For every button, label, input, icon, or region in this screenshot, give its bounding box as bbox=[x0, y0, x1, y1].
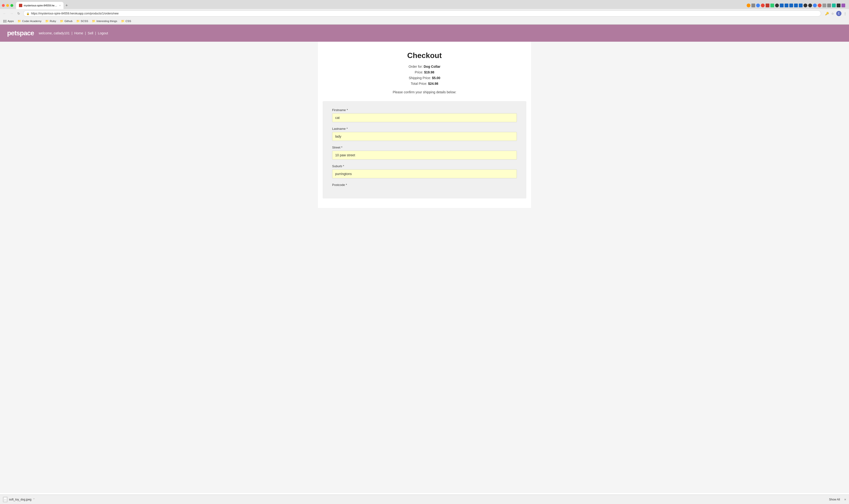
order-for-label: Order for: bbox=[409, 65, 423, 69]
download-bar-close-button[interactable]: × bbox=[844, 498, 846, 501]
bookmark-coder-label: Coder Academy bbox=[22, 20, 41, 22]
file-icon: JPG bbox=[3, 497, 7, 502]
address-right-icons: 🔑 ☆ E ⋮ bbox=[825, 11, 847, 16]
bookmark-apps-label: Apps bbox=[7, 20, 14, 22]
bookmark-interesting-label: Interesting things bbox=[96, 20, 117, 22]
fav-9[interactable] bbox=[784, 3, 788, 7]
bookmark-css[interactable]: 📁 CSS bbox=[120, 19, 133, 23]
shipping-form: Firstname * Lastname * Street * bbox=[323, 101, 526, 198]
price-value: $19.98 bbox=[424, 70, 434, 74]
close-traffic-light[interactable] bbox=[2, 4, 5, 7]
back-button[interactable]: ← bbox=[2, 11, 7, 16]
key-icon[interactable]: 🔑 bbox=[825, 11, 829, 16]
price-line: Price: $19.98 bbox=[323, 70, 526, 74]
firstname-label: Firstname * bbox=[332, 108, 517, 112]
suburb-label: Suburb * bbox=[332, 164, 517, 168]
fav-12[interactable] bbox=[799, 3, 802, 7]
browser-window: mysterious-spire-84559.herokuapp.com × + bbox=[0, 0, 849, 504]
nav-home-link[interactable]: Home bbox=[74, 31, 83, 35]
new-tab-button[interactable]: + bbox=[64, 2, 69, 9]
fav-5[interactable] bbox=[765, 3, 770, 7]
user-circle-icon[interactable]: E bbox=[836, 11, 842, 16]
lastname-label: Lastname * bbox=[332, 127, 517, 130]
forward-button[interactable]: → bbox=[9, 11, 14, 16]
total-label: Total Price: bbox=[411, 82, 427, 86]
postcode-group: Postcode * bbox=[332, 183, 517, 187]
bookmark-ruby[interactable]: 📁 Ruby bbox=[44, 19, 58, 23]
bookmark-scss-label: SCSS bbox=[81, 20, 88, 22]
firstname-group: Firstname * bbox=[332, 108, 517, 122]
nav-welcome-text: welcome, catlady101 bbox=[39, 31, 70, 35]
lastname-input[interactable] bbox=[332, 132, 517, 141]
download-filename: soft_toy_dog.jpeg bbox=[9, 498, 32, 501]
tab-title: mysterious-spire-84559.herokuapp.com bbox=[24, 4, 58, 7]
reload-button[interactable]: ↻ bbox=[16, 11, 21, 16]
firstname-input[interactable] bbox=[332, 113, 517, 122]
street-label: Street * bbox=[332, 146, 517, 149]
fav-19[interactable] bbox=[832, 3, 836, 7]
fav-3[interactable] bbox=[756, 3, 760, 7]
fav-1[interactable] bbox=[747, 3, 751, 7]
price-label: Price: bbox=[415, 70, 423, 74]
folder-icon-6: 📁 bbox=[121, 19, 125, 23]
folder-icon-2: 📁 bbox=[45, 19, 49, 23]
bookmark-interesting-things[interactable]: 📁 Interesting things bbox=[90, 19, 119, 23]
folder-icon-3: 📁 bbox=[60, 19, 64, 23]
nav-separator-1: | bbox=[71, 31, 73, 35]
download-chevron-icon[interactable]: ⌃ bbox=[33, 498, 35, 501]
folder-icon-4: 📁 bbox=[76, 19, 80, 23]
fav-14[interactable] bbox=[808, 3, 812, 7]
fav-2[interactable] bbox=[752, 3, 755, 7]
shipping-line: Shipping Price: $5.00 bbox=[323, 76, 526, 80]
apps-grid-icon bbox=[3, 20, 7, 22]
fav-10[interactable] bbox=[789, 3, 793, 7]
active-tab[interactable]: mysterious-spire-84559.herokuapp.com × bbox=[16, 2, 64, 9]
minimize-traffic-light[interactable] bbox=[6, 4, 9, 7]
download-bar: JPG soft_toy_dog.jpeg ⌃ Show All × bbox=[0, 494, 849, 504]
fav-16[interactable] bbox=[818, 3, 821, 7]
show-all-button[interactable]: Show All bbox=[827, 497, 842, 502]
fav-8[interactable] bbox=[780, 3, 783, 7]
fav-13[interactable] bbox=[803, 3, 807, 7]
bookmark-coder-academy[interactable]: 📁 Coder Academy bbox=[16, 19, 43, 23]
fav-21[interactable] bbox=[842, 3, 845, 7]
address-text: https://mysterious-spire-84559.herokuapp… bbox=[31, 12, 119, 15]
star-icon[interactable]: ☆ bbox=[831, 11, 835, 16]
firstname-required: * bbox=[347, 108, 348, 112]
suburb-input[interactable] bbox=[332, 169, 517, 178]
bookmark-scss[interactable]: 📁 SCSS bbox=[75, 19, 90, 23]
main-content: Checkout Order for: Dog Collar Price: $1… bbox=[318, 42, 531, 208]
address-bar-input[interactable]: 🔒 https://mysterious-spire-84559.herokua… bbox=[23, 11, 821, 17]
fav-4[interactable] bbox=[761, 3, 765, 7]
fav-6[interactable] bbox=[770, 3, 774, 7]
fav-11[interactable] bbox=[794, 3, 798, 7]
bookmark-apps[interactable]: Apps bbox=[2, 19, 15, 23]
street-input[interactable] bbox=[332, 151, 517, 160]
fav-7[interactable] bbox=[775, 3, 779, 7]
total-line: Total Price: $24.98 bbox=[323, 82, 526, 86]
suburb-group: Suburb * bbox=[332, 164, 517, 178]
street-required: * bbox=[341, 146, 342, 149]
svg-text:JPG: JPG bbox=[4, 499, 7, 501]
lock-icon: 🔒 bbox=[26, 12, 30, 15]
more-menu-icon[interactable]: ⋮ bbox=[843, 11, 847, 16]
tab-close-icon[interactable]: × bbox=[59, 4, 61, 7]
address-bar: ← → ↻ 🔒 https://mysterious-spire-84559.h… bbox=[0, 9, 849, 18]
checkout-title: Checkout bbox=[323, 51, 526, 60]
folder-icon-1: 📁 bbox=[18, 19, 21, 23]
bookmark-ruby-label: Ruby bbox=[50, 20, 56, 22]
bookmark-github[interactable]: 📁 Github bbox=[58, 19, 74, 23]
fav-15[interactable] bbox=[813, 3, 817, 7]
pinned-favicons bbox=[745, 3, 847, 8]
maximize-traffic-light[interactable] bbox=[11, 4, 13, 7]
fav-20[interactable] bbox=[837, 3, 841, 7]
download-item: JPG soft_toy_dog.jpeg ⌃ bbox=[3, 497, 35, 502]
confirm-text: Please confirm your shipping details bel… bbox=[323, 90, 526, 94]
fav-17[interactable] bbox=[823, 3, 826, 7]
site-nav: welcome, catlady101 | Home | Sell | Logo… bbox=[39, 31, 108, 35]
fav-18[interactable] bbox=[827, 3, 831, 7]
bookmark-css-label: CSS bbox=[126, 20, 131, 22]
nav-logout-link[interactable]: Logout bbox=[98, 31, 108, 35]
nav-separator-2: | bbox=[84, 31, 87, 35]
nav-sell-link[interactable]: Sell bbox=[88, 31, 93, 35]
